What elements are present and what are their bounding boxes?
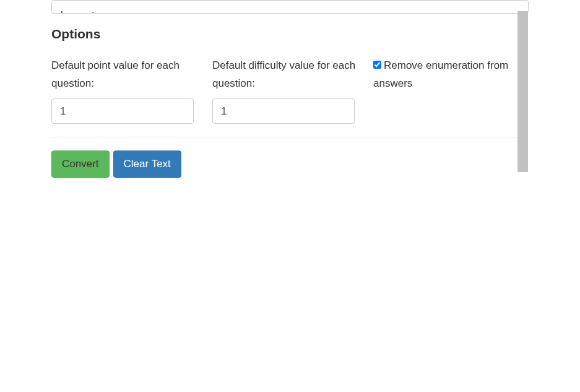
button-row: Convert Clear Text <box>51 150 529 178</box>
difficulty-value-col: Default difficulty value for each questi… <box>212 56 373 124</box>
convert-button[interactable]: Convert <box>51 150 110 178</box>
scrollbar-thumb[interactable] <box>517 11 528 172</box>
point-value-col: Default point value for each question: <box>51 56 212 124</box>
remove-enum-label-wrapper[interactable]: Remove enumeration from answers <box>373 56 529 92</box>
divider-2 <box>51 137 529 137</box>
difficulty-value-label: Default difficulty value for each questi… <box>212 56 364 92</box>
remove-enum-label-text: Remove enumeration from answers <box>373 59 508 89</box>
options-row: Default point value for each question: D… <box>51 56 529 124</box>
options-heading: Options <box>51 27 529 41</box>
remove-enum-checkbox[interactable] <box>373 61 381 69</box>
point-value-label: Default point value for each question: <box>51 56 203 92</box>
point-value-input[interactable] <box>51 98 194 124</box>
remove-enum-col: Remove enumeration from answers <box>373 56 529 124</box>
question-textarea[interactable]: longest. Mercury Earth Mars Jupiter Nept… <box>51 0 529 14</box>
difficulty-value-input[interactable] <box>212 98 355 124</box>
scrollbar-down-arrow[interactable] <box>517 0 528 1</box>
clear-text-button[interactable]: Clear Text <box>113 150 181 178</box>
